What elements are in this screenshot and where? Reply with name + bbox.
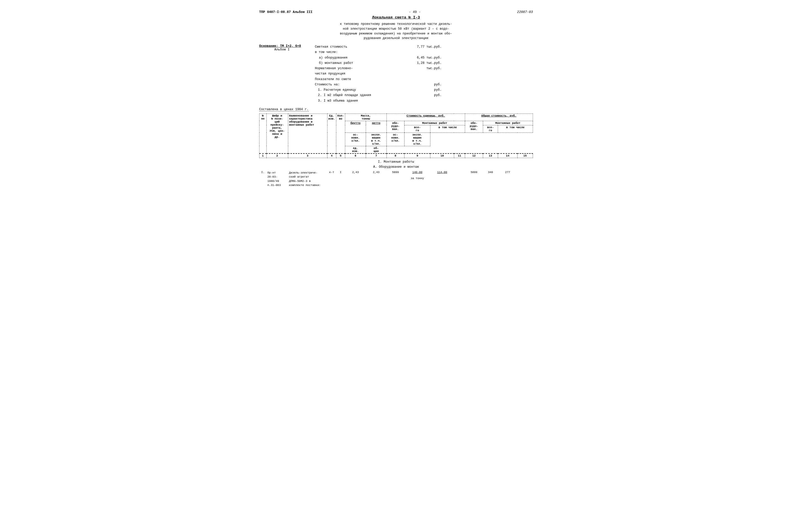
m3-label: 3. I м3 объема здания	[315, 98, 411, 103]
row-1-name: Дизель-электриче-ский агрегатДПМА-50М2-3…	[288, 170, 327, 188]
table-row: I. Пр-нт20-03-1980/49п.31-063 Дизель-эле…	[259, 170, 533, 188]
section-i-montazh: I. Монтажные работы	[259, 158, 533, 165]
row-1-obshaya-montazh-ekspl	[517, 170, 533, 188]
title-section: Локальная смета № I-3 к типовому проектн…	[259, 16, 533, 41]
albom-label: Альбом I	[259, 48, 315, 52]
section-a-obo: А. Оборудование и монтаж	[259, 165, 533, 170]
subtitle-text: к типовому проектному решению технологич…	[307, 22, 485, 41]
header-center: - 49 -	[409, 10, 421, 14]
subsection-header-row: А. Оборудование и монтаж	[259, 165, 533, 170]
row-1-kol: I	[336, 170, 345, 188]
row-1-shiffr: Пр-нт20-03-1980/49п.31-063	[266, 170, 288, 188]
col-num-8: 8	[386, 153, 404, 158]
col-num-1: 1	[259, 153, 266, 158]
col-num-12: 12	[465, 153, 483, 158]
header-left: ТПР 0407-I-08.87 Альбом III	[259, 10, 313, 14]
table-header-row-1: №пп Шифр и№ пози-цийпрейску-ранта,УСН, ц…	[259, 114, 533, 121]
composed-line: Составлена в ценах 1984 г.	[259, 108, 309, 112]
header-right: 22087-03	[517, 10, 533, 14]
info-block: Основание: ТМ I+2, 6+8 Альбом I Сметная …	[259, 44, 533, 103]
th-obshchaya: об-щая	[366, 146, 386, 153]
th-osnov-total: ос-новн.з/пл.	[386, 133, 404, 146]
a-obo-label: а) оборудования	[315, 55, 411, 60]
th-montazh-total: Монтажных работ	[483, 121, 533, 125]
row-1-num: I.	[259, 170, 266, 188]
th-massa: Масса,тонны	[345, 114, 386, 121]
col-num-13: 13	[483, 153, 498, 158]
b-montazh-label: б) монтажных работ	[315, 60, 411, 66]
table-num-row: 1 2 3 4 5 6 7 8 9 10 11 12 13 14 15	[259, 153, 533, 158]
row-1-montazh-vsego: 140-00за тонну	[404, 170, 430, 188]
blank-stna	[416, 77, 442, 82]
b-montazh-value: 1,28 тыс.руб.	[416, 60, 442, 66]
row-1-stoimost-obo: 5899	[386, 170, 404, 188]
m3-value: руб.	[416, 93, 442, 98]
row-1-obshaya-montazh-osnov: 277	[498, 170, 517, 188]
cost-block: Сметная стоимость в том числе: а) оборуд…	[315, 44, 533, 103]
col-num-9: 9	[404, 153, 430, 158]
col-num-3: 3	[288, 153, 327, 158]
th-stoimost-unit: Стоимость единицы, руб.	[386, 114, 465, 121]
th-num: №пп	[259, 114, 266, 153]
section-header-row: I. Монтажные работы	[259, 158, 533, 165]
th-kol: Кол-во	[336, 114, 345, 153]
col-num-4: 4	[327, 153, 336, 158]
smetnaya-value: 7,77 тыс.руб.	[416, 44, 442, 50]
row-1-obshaya-montazh-vsego: 340	[483, 170, 498, 188]
th-name: Наименование ихарактеристикаоборудования…	[288, 114, 327, 153]
th-obshaya: Общая стоимость, руб.	[465, 114, 533, 121]
th-netto: нетто	[366, 121, 386, 133]
col-num-2: 2	[266, 153, 288, 158]
m2-value: руб.	[416, 88, 442, 93]
stoimost-na-label: Стоимость на:	[315, 82, 411, 88]
normativnaya-label: Нормативная условно-чистая продукция	[315, 66, 411, 77]
m2-label: 2. I м2 общей площади здания	[315, 93, 411, 98]
col-num-6: 6	[345, 153, 366, 158]
th-brutto: брутто	[345, 121, 366, 133]
th-montazh-vsego-total: все-го	[483, 125, 498, 133]
col-num-15: 15	[517, 153, 533, 158]
th-v-tom-chisle-total: в том числе	[498, 125, 533, 133]
col-num-14: 14	[498, 153, 517, 158]
th-shiffr: Шифр и№ пози-цийпрейску-ранта,УСН, цен-н…	[266, 114, 288, 153]
raschet-label: 1. Расчетную единицу	[315, 88, 411, 93]
blank-vtc	[416, 50, 442, 55]
raschet-value: руб.	[416, 82, 442, 88]
main-table-wrapper: №пп Шифр и№ пози-цийпрейску-ранта,УСН, ц…	[259, 114, 533, 188]
col-num-7: 7	[366, 153, 386, 158]
row-1-obshaya-obo: 5899	[465, 170, 483, 188]
blank-pokaz	[416, 71, 442, 76]
col-num-11: 11	[454, 153, 465, 158]
th-obo-unit: обо-рудо-ван.	[386, 121, 404, 133]
th-obo-total: обо-рудо-ван.	[465, 121, 483, 133]
th-ed-izm: ед.изм.	[345, 146, 366, 153]
main-table: №пп Шифр и№ пози-цийпрейску-ранта,УСН, ц…	[259, 114, 533, 188]
th-ekspl-unit: экспл.машинв т.ч.з/пл.	[366, 133, 386, 146]
row-1-ed: к-т	[327, 170, 336, 188]
row-1-massa-ed: 2,43	[345, 170, 366, 188]
th-osnov-unit: ос-новн.з/пл.	[345, 133, 366, 146]
pokazateli-label: Показатели по смете	[315, 77, 411, 82]
col-num-10: 10	[430, 153, 454, 158]
th-montazh-unit: Монтажных работ	[404, 121, 465, 125]
main-title: Локальная смета № I-3	[259, 16, 533, 20]
row-1-massa-ob: 2,43	[366, 170, 386, 188]
col-num-5: 5	[336, 153, 345, 158]
smetnaya-label: Сметная стоимость	[315, 44, 411, 50]
th-ed: Ед.изм.	[327, 114, 336, 153]
osnov-label: Основание: ТМ I+2, 6+8	[259, 44, 315, 48]
page-header: ТПР 0407-I-08.87 Альбом III - 49 - 22087…	[259, 10, 533, 14]
a-obo-value: 6,45 тыс.руб.	[416, 55, 442, 60]
row-1-montazh-ekspl	[454, 170, 465, 188]
th-v-tom-chisle-unit: в том числе	[430, 125, 465, 133]
v-tom-chisle-label: в том числе:	[315, 50, 411, 55]
row-1-montazh-osnov: 114-00	[430, 170, 454, 188]
normativnaya-value: тыс.руб.	[416, 66, 442, 71]
th-ekspl-total: экспл.машинв т.ч.з/пл.	[404, 133, 430, 146]
th-montazh-vsego-unit: все-го	[404, 125, 430, 133]
info-left: Основание: ТМ I+2, 6+8 Альбом I	[259, 44, 315, 103]
